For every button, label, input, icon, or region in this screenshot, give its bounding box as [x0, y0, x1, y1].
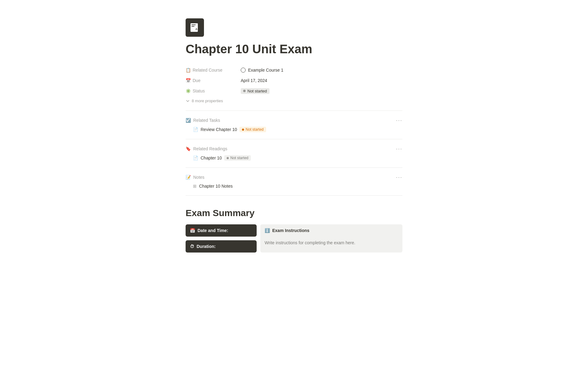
info-icon: ℹ️ [265, 228, 270, 233]
instructions-header: ℹ️ Exam Instructions [260, 224, 402, 237]
related-readings-label-group: 🔖 Related Readings [186, 146, 227, 151]
notes-section: 📝 Notes ··· ⊞ Chapter 10 Notes [186, 173, 402, 190]
clock-icon: ⏱ [190, 244, 194, 249]
status-value[interactable]: Not started [241, 88, 270, 94]
notes-header: 📝 Notes ··· [186, 173, 402, 182]
related-readings-header: 🔖 Related Readings ··· [186, 144, 402, 153]
instructions-body: Write instructions for completing the ex… [260, 237, 402, 252]
calendar-card-icon: 📅 [190, 228, 195, 233]
divider-3 [186, 167, 402, 168]
exam-summary-title: Exam Summary [186, 208, 402, 218]
property-due: 📅 Due April 17, 2024 [186, 75, 402, 86]
readings-icon: 🔖 [186, 146, 191, 151]
duration-card: ⏱ Duration: [186, 240, 257, 253]
related-tasks-header: ☑️ Related Tasks ··· [186, 116, 402, 125]
due-value[interactable]: April 17, 2024 [241, 78, 267, 83]
divider-1 [186, 110, 402, 111]
due-label: 📅 Due [186, 78, 241, 83]
badge-dot-gray [227, 157, 229, 159]
page-title: Chapter 10 Unit Exam [186, 42, 402, 56]
task-status-badge: Not started [239, 127, 266, 132]
instructions-card: ℹ️ Exam Instructions Write instructions … [260, 224, 402, 253]
related-course-label: 📋 Related Course [186, 68, 241, 73]
page-container: A+ Chapter 10 Unit Exam 📋 Related Course… [156, 0, 432, 277]
course-icon: 📋 [186, 68, 191, 73]
status-badge: Not started [241, 88, 270, 94]
tasks-icon: ☑️ [186, 118, 191, 123]
doc-icon-reading: 📄 [193, 155, 198, 160]
task-item-review-chapter-10[interactable]: 📄 Review Chapter 10 Not started [186, 125, 402, 134]
status-dot [243, 90, 246, 92]
calendar-icon: 📅 [186, 78, 191, 83]
reading-status-badge: Not started [224, 155, 251, 161]
notes-label-group: 📝 Notes [186, 175, 205, 180]
badge-dot [242, 129, 244, 131]
page-icon: A+ [186, 18, 402, 37]
related-readings-menu[interactable]: ··· [396, 146, 402, 152]
course-circle-icon [241, 68, 246, 73]
svg-text:A+: A+ [195, 28, 199, 31]
notes-icon: 📝 [186, 175, 191, 180]
notes-menu[interactable]: ··· [396, 174, 402, 180]
svg-rect-1 [191, 24, 196, 25]
duration-header: ⏱ Duration: [186, 240, 257, 253]
more-properties-toggle[interactable]: 8 more properties [186, 97, 402, 104]
notes-item-chapter-10[interactable]: ⊞ Chapter 10 Notes [186, 182, 402, 190]
left-cards: 📅 Date and Time: ⏱ Duration: [186, 224, 257, 253]
related-tasks-menu[interactable]: ··· [396, 118, 402, 123]
date-time-card: 📅 Date and Time: [186, 224, 257, 237]
divider-4 [186, 195, 402, 196]
grid-icon: ⊞ [193, 184, 197, 189]
reading-item-chapter-10[interactable]: 📄 Chapter 10 Not started [186, 153, 402, 163]
status-label: ✳️ Status [186, 88, 241, 93]
related-tasks-section: ☑️ Related Tasks ··· 📄 Review Chapter 10… [186, 116, 402, 134]
related-tasks-label-group: ☑️ Related Tasks [186, 118, 220, 123]
related-readings-section: 🔖 Related Readings ··· 📄 Chapter 10 Not … [186, 144, 402, 163]
grade-icon: A+ [186, 18, 204, 37]
doc-icon: 📄 [193, 127, 198, 132]
date-time-header: 📅 Date and Time: [186, 224, 257, 237]
chevron-down-icon [186, 99, 190, 103]
summary-grid: 📅 Date and Time: ⏱ Duration: ℹ️ Exam Ins… [186, 224, 402, 253]
properties-section: 📋 Related Course Example Course 1 📅 Due … [186, 65, 402, 104]
related-course-value[interactable]: Example Course 1 [241, 68, 283, 73]
status-icon: ✳️ [186, 88, 191, 93]
property-related-course: 📋 Related Course Example Course 1 [186, 65, 402, 75]
divider-2 [186, 139, 402, 139]
property-status: ✳️ Status Not started [186, 86, 402, 96]
svg-rect-2 [191, 26, 194, 27]
